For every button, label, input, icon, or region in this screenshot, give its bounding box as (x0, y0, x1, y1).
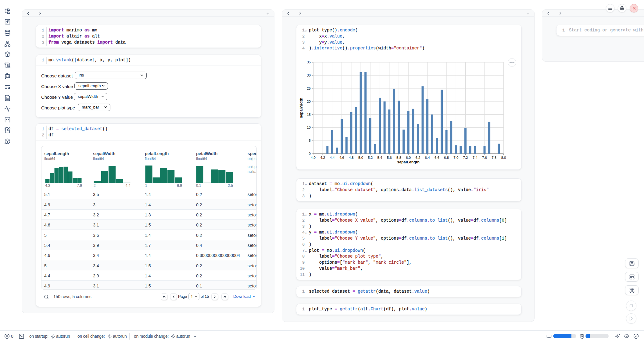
svg-text:15: 15 (307, 113, 311, 116)
svg-text:5.0: 5.0 (358, 156, 363, 159)
svg-text:6.0: 6.0 (406, 156, 411, 159)
svg-text:7.2: 7.2 (463, 156, 468, 159)
svg-text:7.0: 7.0 (453, 156, 458, 159)
svg-text:35: 35 (307, 60, 311, 64)
svg-text:4.8: 4.8 (349, 156, 354, 159)
svg-text:5: 5 (309, 139, 311, 142)
svg-text:5.8: 5.8 (396, 156, 401, 159)
svg-text:20: 20 (307, 100, 311, 103)
svg-text:4.0: 4.0 (311, 156, 316, 159)
svg-text:7.4: 7.4 (473, 156, 478, 159)
svg-text:4.2: 4.2 (320, 156, 325, 159)
svg-text:5.4: 5.4 (377, 156, 383, 159)
svg-text:6.4: 6.4 (425, 156, 430, 159)
svg-text:25: 25 (307, 87, 311, 90)
svg-text:5.2: 5.2 (368, 156, 373, 159)
svg-text:6.2: 6.2 (415, 156, 420, 159)
svg-text:8.0: 8.0 (501, 156, 506, 159)
svg-text:sepalWidth: sepalWidth (299, 98, 303, 118)
svg-text:6.8: 6.8 (444, 156, 449, 159)
svg-text:6.6: 6.6 (435, 156, 439, 159)
svg-text:4.6: 4.6 (339, 156, 344, 159)
svg-text:7.6: 7.6 (482, 156, 487, 159)
svg-text:sepalLength: sepalLength (397, 160, 420, 164)
svg-text:10: 10 (307, 126, 311, 129)
svg-text:7.8: 7.8 (492, 156, 496, 159)
svg-text:4.4: 4.4 (330, 156, 335, 159)
svg-text:30: 30 (307, 73, 311, 77)
svg-text:0: 0 (309, 152, 311, 155)
svg-text:5.6: 5.6 (387, 156, 392, 159)
